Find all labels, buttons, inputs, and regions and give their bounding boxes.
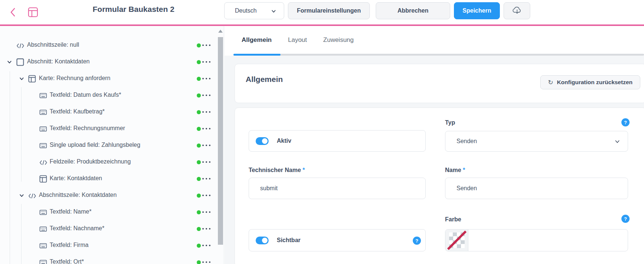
- tree-item[interactable]: Textfeld: Kaufbetrag*: [0, 104, 217, 121]
- farbe-color-input[interactable]: [468, 230, 628, 251]
- tree-item[interactable]: Textfeld: Ort*: [0, 254, 217, 264]
- item-menu-button[interactable]: [202, 245, 210, 246]
- tree-item[interactable]: Abschnitt: Kontaktdaten: [0, 54, 217, 70]
- tree-item[interactable]: Textfeld: Rechnungsnummer: [0, 121, 217, 137]
- app-header: Formular Baukasten 2 Deutsch Formularein…: [0, 0, 644, 24]
- item-menu-button[interactable]: [202, 211, 210, 213]
- general-settings-card: Typ ? Aktiv Senden Technischer Name * Na…: [235, 108, 644, 264]
- tree-item-label: Abschnittszeile: Kontaktdaten: [39, 192, 117, 198]
- tree-item-label: Karte: Rechnung anfordern: [39, 75, 110, 82]
- status-dot: [197, 127, 201, 131]
- reset-configuration-button[interactable]: ↻ Konfiguration zurücksetzen: [540, 75, 640, 89]
- typ-label: Typ: [445, 119, 455, 126]
- tree-item-label: Abschnitt: Kontaktdaten: [27, 58, 90, 65]
- language-select-value: Deutsch: [235, 7, 257, 14]
- item-menu-button[interactable]: [202, 161, 210, 163]
- textfield-icon: [39, 92, 47, 101]
- color-swatch-button[interactable]: [445, 230, 468, 251]
- typ-help-icon[interactable]: ?: [621, 118, 630, 126]
- language-select[interactable]: Deutsch: [224, 2, 284, 19]
- tree-item[interactable]: Single upload field: Zahlungsbeleg: [0, 137, 217, 154]
- item-menu-button[interactable]: [202, 44, 210, 46]
- form-settings-button[interactable]: Formulareinstellungen: [288, 2, 370, 19]
- chevron-down-icon[interactable]: [19, 193, 24, 200]
- tree-item-label: Textfeld: Firma: [50, 242, 89, 248]
- status-dot: [197, 110, 201, 114]
- item-menu-button[interactable]: [202, 61, 210, 63]
- download-button[interactable]: [504, 2, 530, 19]
- tree-item[interactable]: Abschnittszeile: null: [0, 37, 217, 54]
- sichtbar-toggle-row: Sichtbar ?: [249, 229, 426, 251]
- tree-item-label: Feldzeile: Produktbezeichnung: [50, 158, 131, 165]
- chevron-down-icon[interactable]: [19, 76, 24, 83]
- tab-allgemein[interactable]: Allgemein: [242, 36, 272, 44]
- farbe-help-icon[interactable]: ?: [621, 215, 630, 223]
- tree-item[interactable]: Textfeld: Firma: [0, 237, 217, 254]
- page-title: Formular Baukasten 2: [93, 5, 175, 14]
- tree-item[interactable]: Karte: Rechnung anfordern: [0, 70, 217, 87]
- status-dot: [197, 177, 201, 181]
- item-menu-button[interactable]: [202, 128, 210, 129]
- save-button[interactable]: Speichern: [454, 2, 500, 19]
- chevron-down-icon: [614, 139, 620, 146]
- aktiv-toggle[interactable]: [256, 137, 269, 145]
- name-label: Name *: [445, 167, 465, 174]
- tab-zuweisung[interactable]: Zuweisung: [323, 36, 353, 44]
- farbe-label: Farbe: [445, 216, 461, 223]
- tree-item[interactable]: Textfeld: Name*: [0, 204, 217, 221]
- status-dot: [197, 60, 201, 64]
- card-icon: [39, 175, 47, 184]
- status-dot: [197, 93, 201, 98]
- tree-item[interactable]: Abschnittszeile: Kontaktdaten: [0, 187, 217, 204]
- status-dot: [197, 210, 201, 214]
- textfield-icon: [39, 142, 47, 151]
- back-icon[interactable]: [8, 6, 18, 18]
- sichtbar-toggle[interactable]: [256, 237, 269, 244]
- item-menu-button[interactable]: [202, 195, 210, 196]
- tabs: AllgemeinLayoutZuweisung: [242, 36, 354, 44]
- item-menu-button[interactable]: [202, 145, 210, 146]
- tree-item-label: Textfeld: Rechnungsnummer: [50, 125, 125, 132]
- tree-item-label: Abschnittszeile: null: [27, 42, 79, 48]
- tab-track: [233, 54, 644, 56]
- layout-icon[interactable]: [27, 7, 39, 18]
- tree-item[interactable]: Textfeld: Nachname*: [0, 221, 217, 237]
- cloud-download-icon: [512, 6, 522, 16]
- name-input[interactable]: [445, 178, 628, 199]
- sichtbar-help-icon[interactable]: ?: [413, 237, 421, 245]
- sidebar-scrollbar[interactable]: [217, 26, 224, 264]
- textfield-icon: [39, 225, 47, 234]
- status-dot: [197, 160, 201, 164]
- section-icon: [16, 58, 24, 67]
- item-menu-button[interactable]: [202, 78, 210, 79]
- item-menu-button[interactable]: [202, 95, 210, 96]
- cancel-button[interactable]: Abbrechen: [376, 2, 450, 19]
- textfield-icon: [39, 258, 47, 264]
- item-menu-button[interactable]: [202, 178, 210, 179]
- card-icon: [28, 75, 36, 84]
- item-menu-button[interactable]: [202, 261, 210, 263]
- typ-select[interactable]: Senden: [445, 131, 628, 152]
- scrollbar-thumb[interactable]: [218, 37, 223, 245]
- tree-item[interactable]: Textfeld: Datum des Kaufs*: [0, 87, 217, 104]
- item-menu-button[interactable]: [202, 111, 210, 113]
- status-dot: [197, 43, 201, 47]
- chevron-down-icon[interactable]: [7, 59, 12, 66]
- tree-item[interactable]: Karte: Kontaktdaten: [0, 171, 217, 187]
- item-menu-button[interactable]: [202, 228, 210, 230]
- textfield-icon: [39, 108, 47, 118]
- tree-item-label: Single upload field: Zahlungsbeleg: [50, 142, 140, 148]
- status-dot: [197, 260, 201, 264]
- tree-item-label: Textfeld: Nachname*: [50, 225, 104, 232]
- scroll-up-arrow-icon[interactable]: [218, 29, 223, 33]
- chevron-down-icon: [271, 9, 276, 16]
- tabs-bar: AllgemeinLayoutZuweisung: [225, 26, 644, 56]
- reset-configuration-label: Konfiguration zurücksetzen: [557, 79, 633, 86]
- panel-header-card: Allgemein ↻ Konfiguration zurücksetzen: [235, 64, 644, 103]
- farbe-color-field: [445, 229, 628, 251]
- tab-layout[interactable]: Layout: [288, 36, 307, 44]
- active-tab-indicator: [233, 54, 280, 56]
- technischer-name-input[interactable]: [249, 178, 426, 199]
- tree-item[interactable]: Feldzeile: Produktbezeichnung: [0, 154, 217, 171]
- config-panel: AllgemeinLayoutZuweisung Allgemein ↻ Kon…: [225, 26, 644, 264]
